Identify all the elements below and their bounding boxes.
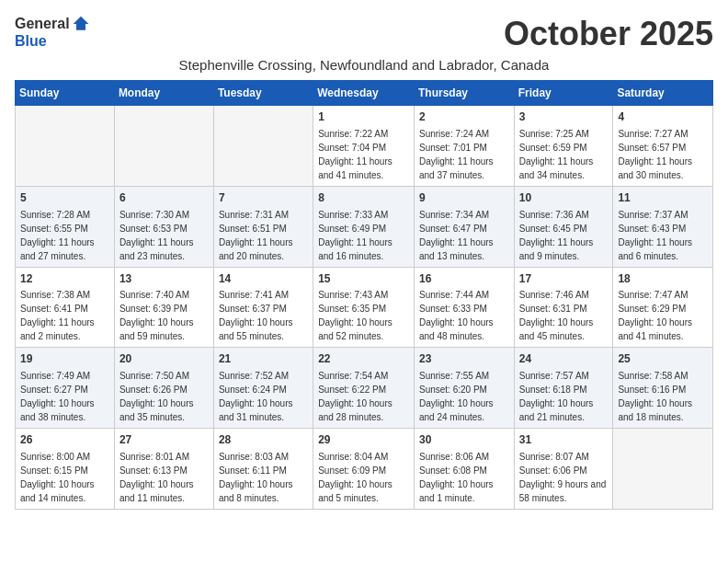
sunrise-info: Sunrise: 7:47 AMSunset: 6:29 PMDaylight:… xyxy=(618,290,692,341)
calendar-cell: 28Sunrise: 8:03 AMSunset: 6:11 PMDayligh… xyxy=(213,429,313,510)
sunrise-info: Sunrise: 7:49 AMSunset: 6:27 PMDaylight:… xyxy=(20,371,95,422)
sunrise-info: Sunrise: 7:52 AMSunset: 6:24 PMDaylight:… xyxy=(219,371,293,422)
day-number: 10 xyxy=(519,190,609,206)
logo-general: General xyxy=(15,16,70,32)
day-number: 18 xyxy=(618,271,708,287)
header-monday: Monday xyxy=(114,81,213,106)
day-number: 11 xyxy=(618,190,708,206)
sunrise-info: Sunrise: 7:43 AMSunset: 6:35 PMDaylight:… xyxy=(318,290,392,341)
sunrise-info: Sunrise: 8:00 AMSunset: 6:15 PMDaylight:… xyxy=(20,452,95,503)
calendar-week-row: 1Sunrise: 7:22 AMSunset: 7:04 PMDaylight… xyxy=(16,106,713,187)
calendar-cell xyxy=(613,429,713,510)
day-number: 14 xyxy=(219,271,308,287)
calendar-cell: 11Sunrise: 7:37 AMSunset: 6:43 PMDayligh… xyxy=(613,186,713,267)
calendar-cell: 14Sunrise: 7:41 AMSunset: 6:37 PMDayligh… xyxy=(213,267,313,348)
sunrise-info: Sunrise: 8:03 AMSunset: 6:11 PMDaylight:… xyxy=(219,452,293,503)
calendar-cell: 24Sunrise: 7:57 AMSunset: 6:18 PMDayligh… xyxy=(514,348,613,429)
calendar-week-row: 12Sunrise: 7:38 AMSunset: 6:41 PMDayligh… xyxy=(16,267,713,348)
calendar-cell: 17Sunrise: 7:46 AMSunset: 6:31 PMDayligh… xyxy=(514,267,613,348)
logo: General Blue xyxy=(15,15,90,50)
day-number: 16 xyxy=(419,271,509,287)
calendar-cell: 29Sunrise: 8:04 AMSunset: 6:09 PMDayligh… xyxy=(313,429,415,510)
day-number: 5 xyxy=(20,190,109,206)
sunrise-info: Sunrise: 8:06 AMSunset: 6:08 PMDaylight:… xyxy=(419,452,494,503)
logo-icon xyxy=(72,15,90,33)
day-number: 7 xyxy=(219,190,308,206)
sunrise-info: Sunrise: 7:38 AMSunset: 6:41 PMDaylight:… xyxy=(20,290,95,341)
day-number: 6 xyxy=(119,190,209,206)
sunrise-info: Sunrise: 7:40 AMSunset: 6:39 PMDaylight:… xyxy=(119,290,194,341)
day-number: 2 xyxy=(419,109,509,125)
sunrise-info: Sunrise: 7:30 AMSunset: 6:53 PMDaylight:… xyxy=(119,210,194,261)
sunrise-info: Sunrise: 7:25 AMSunset: 6:59 PMDaylight:… xyxy=(519,129,594,180)
calendar-header-row: SundayMondayTuesdayWednesdayThursdayFrid… xyxy=(16,81,713,106)
sunrise-info: Sunrise: 7:58 AMSunset: 6:16 PMDaylight:… xyxy=(618,371,692,422)
day-number: 31 xyxy=(519,432,609,448)
calendar-cell: 26Sunrise: 8:00 AMSunset: 6:15 PMDayligh… xyxy=(16,429,115,510)
calendar-cell: 6Sunrise: 7:30 AMSunset: 6:53 PMDaylight… xyxy=(114,186,213,267)
calendar-cell: 22Sunrise: 7:54 AMSunset: 6:22 PMDayligh… xyxy=(313,348,415,429)
sunrise-info: Sunrise: 7:54 AMSunset: 6:22 PMDaylight:… xyxy=(318,371,392,422)
day-number: 25 xyxy=(618,351,708,367)
sunrise-info: Sunrise: 7:57 AMSunset: 6:18 PMDaylight:… xyxy=(519,371,594,422)
header-sunday: Sunday xyxy=(16,81,115,106)
sunrise-info: Sunrise: 7:33 AMSunset: 6:49 PMDaylight:… xyxy=(318,210,392,261)
sunrise-info: Sunrise: 7:55 AMSunset: 6:20 PMDaylight:… xyxy=(419,371,494,422)
day-number: 27 xyxy=(119,432,209,448)
sunrise-info: Sunrise: 8:07 AMSunset: 6:06 PMDaylight:… xyxy=(519,452,607,503)
calendar-cell: 21Sunrise: 7:52 AMSunset: 6:24 PMDayligh… xyxy=(213,348,313,429)
header-friday: Friday xyxy=(514,81,613,106)
calendar-cell xyxy=(213,106,313,187)
sunrise-info: Sunrise: 7:37 AMSunset: 6:43 PMDaylight:… xyxy=(618,210,692,261)
day-number: 28 xyxy=(219,432,308,448)
day-number: 15 xyxy=(318,271,409,287)
calendar-week-row: 5Sunrise: 7:28 AMSunset: 6:55 PMDaylight… xyxy=(16,186,713,267)
calendar-cell: 12Sunrise: 7:38 AMSunset: 6:41 PMDayligh… xyxy=(16,267,115,348)
day-number: 9 xyxy=(419,190,509,206)
calendar-cell: 15Sunrise: 7:43 AMSunset: 6:35 PMDayligh… xyxy=(313,267,415,348)
calendar-week-row: 19Sunrise: 7:49 AMSunset: 6:27 PMDayligh… xyxy=(16,348,713,429)
calendar-cell: 7Sunrise: 7:31 AMSunset: 6:51 PMDaylight… xyxy=(213,186,313,267)
day-number: 26 xyxy=(20,432,109,448)
day-number: 8 xyxy=(318,190,409,206)
calendar-cell: 25Sunrise: 7:58 AMSunset: 6:16 PMDayligh… xyxy=(613,348,713,429)
sunrise-info: Sunrise: 7:24 AMSunset: 7:01 PMDaylight:… xyxy=(419,129,494,180)
sunrise-info: Sunrise: 8:01 AMSunset: 6:13 PMDaylight:… xyxy=(119,452,194,503)
day-number: 20 xyxy=(119,351,209,367)
calendar-cell: 4Sunrise: 7:27 AMSunset: 6:57 PMDaylight… xyxy=(613,106,713,187)
day-number: 30 xyxy=(419,432,509,448)
calendar-cell: 20Sunrise: 7:50 AMSunset: 6:26 PMDayligh… xyxy=(114,348,213,429)
calendar-cell xyxy=(16,106,115,187)
day-number: 17 xyxy=(519,271,609,287)
header-tuesday: Tuesday xyxy=(213,81,313,106)
calendar-cell: 5Sunrise: 7:28 AMSunset: 6:55 PMDaylight… xyxy=(16,186,115,267)
calendar-cell: 31Sunrise: 8:07 AMSunset: 6:06 PMDayligh… xyxy=(514,429,613,510)
day-number: 1 xyxy=(318,109,409,125)
page-header: General Blue October 2025 xyxy=(15,15,713,53)
sunrise-info: Sunrise: 7:36 AMSunset: 6:45 PMDaylight:… xyxy=(519,210,594,261)
sunrise-info: Sunrise: 7:50 AMSunset: 6:26 PMDaylight:… xyxy=(119,371,194,422)
calendar-cell: 8Sunrise: 7:33 AMSunset: 6:49 PMDaylight… xyxy=(313,186,415,267)
day-number: 13 xyxy=(119,271,209,287)
day-number: 24 xyxy=(519,351,609,367)
calendar-cell: 19Sunrise: 7:49 AMSunset: 6:27 PMDayligh… xyxy=(16,348,115,429)
calendar-cell: 9Sunrise: 7:34 AMSunset: 6:47 PMDaylight… xyxy=(414,186,514,267)
sunrise-info: Sunrise: 7:27 AMSunset: 6:57 PMDaylight:… xyxy=(618,129,692,180)
day-number: 12 xyxy=(20,271,109,287)
calendar-cell: 27Sunrise: 8:01 AMSunset: 6:13 PMDayligh… xyxy=(114,429,213,510)
day-number: 23 xyxy=(419,351,509,367)
calendar-table: SundayMondayTuesdayWednesdayThursdayFrid… xyxy=(15,80,713,510)
calendar-cell: 1Sunrise: 7:22 AMSunset: 7:04 PMDaylight… xyxy=(313,106,415,187)
sunrise-info: Sunrise: 7:46 AMSunset: 6:31 PMDaylight:… xyxy=(519,290,594,341)
calendar-cell: 18Sunrise: 7:47 AMSunset: 6:29 PMDayligh… xyxy=(613,267,713,348)
calendar-cell: 16Sunrise: 7:44 AMSunset: 6:33 PMDayligh… xyxy=(414,267,514,348)
calendar-cell: 30Sunrise: 8:06 AMSunset: 6:08 PMDayligh… xyxy=(414,429,514,510)
calendar-cell: 13Sunrise: 7:40 AMSunset: 6:39 PMDayligh… xyxy=(114,267,213,348)
month-title: October 2025 xyxy=(504,15,713,53)
day-number: 22 xyxy=(318,351,409,367)
day-number: 21 xyxy=(219,351,308,367)
sunrise-info: Sunrise: 7:31 AMSunset: 6:51 PMDaylight:… xyxy=(219,210,293,261)
sunrise-info: Sunrise: 7:41 AMSunset: 6:37 PMDaylight:… xyxy=(219,290,293,341)
sunrise-info: Sunrise: 7:44 AMSunset: 6:33 PMDaylight:… xyxy=(419,290,494,341)
calendar-cell: 23Sunrise: 7:55 AMSunset: 6:20 PMDayligh… xyxy=(414,348,514,429)
